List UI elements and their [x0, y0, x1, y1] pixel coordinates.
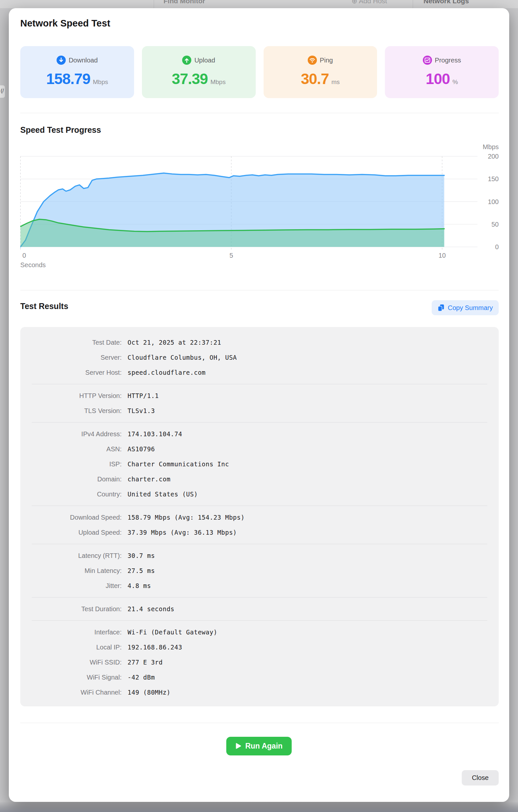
- result-label: WiFi Signal:: [20, 674, 122, 681]
- close-button[interactable]: Close: [462, 770, 499, 785]
- section-divider: [20, 723, 499, 723]
- section-divider: [20, 290, 499, 290]
- y-tick-label: 0: [495, 243, 499, 251]
- network-speed-test-dialog: Network Speed Test Download 158.79 Mbps: [9, 8, 509, 802]
- add-host-label: Add Host: [359, 0, 387, 5]
- upload-arrow-icon: [182, 56, 191, 65]
- x-tick-label: 0: [23, 252, 26, 259]
- x-tick-label: 10: [438, 252, 446, 259]
- result-label: Jitter:: [20, 582, 122, 590]
- upload-stat-card: Upload 37.39 Mbps: [142, 46, 256, 98]
- result-row: TLS Version:TLSv1.3: [20, 403, 499, 418]
- result-value: United States (US): [127, 491, 198, 498]
- stat-cards-row: Download 158.79 Mbps Upload 37.39 Mbps: [20, 46, 499, 98]
- result-label: TLS Version:: [20, 407, 122, 415]
- x-tick-label: 5: [230, 252, 233, 259]
- result-label: Upload Speed:: [20, 529, 122, 536]
- result-value: AS10796: [127, 445, 155, 453]
- section-divider: [20, 113, 499, 113]
- download-arrow-icon: [57, 56, 66, 65]
- x-axis-label: Seconds: [20, 261, 46, 268]
- result-row: WiFi Channel:149 (80MHz): [20, 685, 499, 700]
- toolbar-item-network-logs[interactable]: Network Logs: [424, 0, 469, 5]
- result-label: Domain:: [20, 475, 122, 483]
- result-row: ASN:AS10796: [20, 441, 499, 457]
- result-label: Server Host:: [20, 369, 122, 376]
- download-stat-card: Download 158.79 Mbps: [20, 46, 134, 98]
- result-label: Country:: [20, 491, 122, 498]
- stat-value: 37.39: [172, 70, 208, 88]
- result-row: Jitter:4.8 ms: [20, 578, 499, 593]
- y-tick-label: 50: [491, 221, 499, 228]
- result-value: Charter Communications Inc: [127, 460, 229, 468]
- stat-value: 30.7: [301, 70, 329, 88]
- wifi-icon: [308, 56, 317, 65]
- result-row: Server Host:speed.cloudflare.com: [20, 365, 499, 380]
- add-host-button[interactable]: ⊕ Add Host: [351, 0, 387, 5]
- result-row: Download Speed:158.79 Mbps (Avg: 154.23 …: [20, 510, 499, 525]
- stat-label: Progress: [435, 57, 461, 64]
- results-divider: [32, 597, 487, 598]
- result-label: WiFi SSID:: [20, 659, 122, 666]
- result-label: Local IP:: [20, 644, 122, 651]
- copy-icon: [437, 304, 444, 312]
- result-row: WiFi Signal:-42 dBm: [20, 670, 499, 685]
- background-bottom-strip: [0, 802, 518, 812]
- result-label: WiFi Channel:: [20, 689, 122, 696]
- result-value: 27.5 ms: [127, 567, 155, 574]
- result-label: ASN:: [20, 445, 122, 453]
- result-value: 149 (80MHz): [127, 689, 170, 696]
- y-tick-label: 150: [488, 175, 499, 182]
- page-title: Network Speed Test: [20, 18, 110, 29]
- copy-summary-button[interactable]: Copy Summary: [432, 300, 499, 315]
- toolbar-divider: [154, 0, 154, 8]
- progress-stat-card: Progress 100 %: [385, 46, 499, 98]
- stat-label: Upload: [194, 57, 215, 64]
- stat-unit: %: [453, 79, 458, 86]
- result-value: TLSv1.3: [127, 407, 155, 414]
- play-icon: [235, 743, 241, 749]
- result-value: 174.103.104.74: [127, 430, 182, 438]
- ping-stat-card: Ping 30.7 ms: [264, 46, 377, 98]
- result-value: 37.39 Mbps (Avg: 36.13 Mbps): [127, 529, 237, 536]
- background-sidebar-fragment: (/: [0, 85, 5, 98]
- result-row: WiFi SSID:277 E 3rd: [20, 655, 499, 670]
- speed-chart-svg: 050100150200MbpsSeconds0510: [20, 144, 499, 271]
- stat-label: Ping: [320, 57, 333, 64]
- result-label: Test Date:: [20, 339, 122, 346]
- result-label: Server:: [20, 354, 122, 361]
- test-results-table: Test Date:Oct 21, 2025 at 22:37:21Server…: [20, 327, 499, 706]
- result-value: speed.cloudflare.com: [127, 369, 206, 376]
- result-value: 277 E 3rd: [127, 659, 163, 666]
- toolbar-divider: [413, 0, 413, 8]
- result-value: 192.168.86.243: [127, 644, 182, 651]
- stat-unit: Mbps: [210, 79, 225, 86]
- speed-test-chart: 050100150200MbpsSeconds0510: [20, 144, 499, 271]
- result-row: Local IP:192.168.86.243: [20, 640, 499, 655]
- result-value: Cloudflare Columbus, OH, USA: [127, 354, 237, 361]
- results-heading: Test Results: [20, 301, 68, 311]
- result-value: 21.4 seconds: [127, 605, 174, 612]
- result-value: Oct 21, 2025 at 22:37:21: [127, 339, 221, 346]
- result-label: ISP:: [20, 460, 122, 468]
- result-value: 158.79 Mbps (Avg: 154.23 Mbps): [127, 514, 244, 521]
- result-row: ISP:Charter Communications Inc: [20, 457, 499, 471]
- result-row: Min Latency:27.5 ms: [20, 563, 499, 578]
- result-row: Interface:Wi-Fi (Default Gateway): [20, 625, 499, 640]
- run-again-button[interactable]: Run Again: [226, 737, 292, 755]
- result-value: 4.8 ms: [127, 582, 151, 589]
- result-value: charter.com: [127, 475, 170, 483]
- results-divider: [32, 384, 487, 384]
- result-row: HTTP Version:HTTP/1.1: [20, 388, 499, 403]
- result-row: Latency (RTT):30.7 ms: [20, 548, 499, 563]
- result-label: HTTP Version:: [20, 392, 122, 400]
- result-row: Test Duration:21.4 seconds: [20, 601, 499, 616]
- result-value: Wi-Fi (Default Gateway): [127, 629, 218, 636]
- run-again-label: Run Again: [245, 742, 283, 751]
- results-divider: [32, 422, 487, 423]
- toolbar-item-find-monitor[interactable]: Find Monitor: [164, 0, 205, 5]
- result-label: IPv4 Address:: [20, 430, 122, 438]
- result-label: Min Latency:: [20, 567, 122, 575]
- result-label: Latency (RTT):: [20, 552, 122, 559]
- stat-value: 158.79: [46, 70, 90, 88]
